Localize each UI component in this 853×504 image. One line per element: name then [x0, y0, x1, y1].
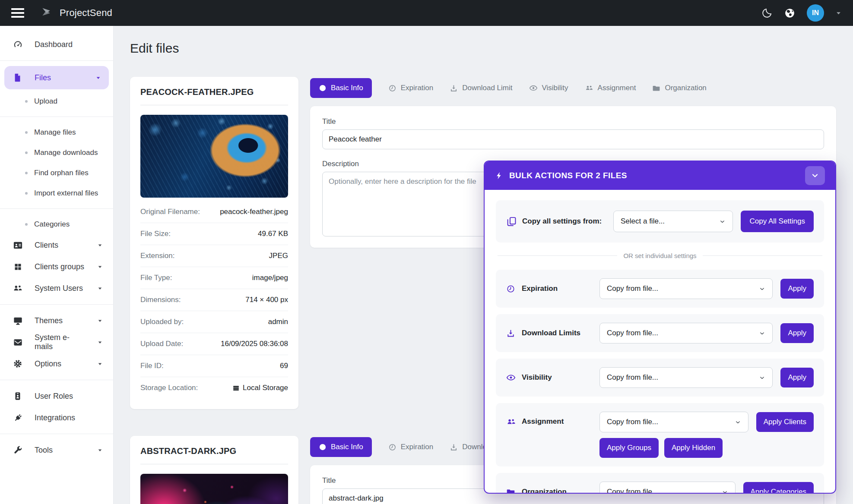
row-label-text: Visibility	[522, 373, 552, 382]
file-card-abstract: ABSTRACT-DARK.JPG	[130, 436, 298, 504]
tab-expiration[interactable]: Expiration	[388, 84, 434, 92]
select-value: Copy from file...	[607, 373, 658, 382]
sidebar-item-label: Files	[35, 73, 51, 82]
file-metadata: Original Filename:peacock-feather.jpeg F…	[140, 201, 288, 399]
meta-value: Local Storage	[232, 384, 288, 392]
tab-basic-info[interactable]: Basic Info	[310, 437, 372, 457]
sidebar-item-dashboard[interactable]: Dashboard	[0, 34, 113, 55]
chevron-down-icon	[759, 375, 765, 381]
sidebar-item-label: Integrations	[35, 413, 75, 422]
divider-line	[498, 255, 617, 256]
apply-categories-button[interactable]: Apply Categories	[743, 482, 814, 494]
apply-groups-button[interactable]: Apply Groups	[599, 438, 659, 458]
sidebar-item-clients-groups[interactable]: Clients groups	[0, 256, 113, 277]
language-globe-icon[interactable]	[784, 7, 796, 19]
tab-label: Assignment	[598, 84, 636, 92]
apply-expiration-button[interactable]: Apply	[780, 279, 814, 299]
sidebar-item-manage-files[interactable]: Manage files	[0, 122, 113, 142]
tab-download-limit[interactable]: Download Limit	[450, 84, 512, 92]
organization-copy-from-file-dropdown[interactable]: Copy from file...	[599, 482, 736, 494]
apply-hidden-button[interactable]: Apply Hidden	[664, 438, 723, 458]
meta-value: admin	[268, 318, 288, 326]
chevron-down-icon	[722, 489, 728, 494]
apply-clients-button[interactable]: Apply Clients	[756, 412, 814, 432]
sidebar-item-themes[interactable]: Themes	[0, 310, 113, 331]
sidebar-item-find-orphan-files[interactable]: Find orphan files	[0, 163, 113, 183]
bulk-row-visibility: Visibility Copy from file... Apply	[496, 359, 824, 397]
download-icon	[450, 84, 458, 92]
hamburger-menu-icon[interactable]	[11, 8, 24, 18]
copy-all-settings-button[interactable]: Copy All Settings	[741, 211, 814, 232]
meta-value: 16/09/2025 08:36:08	[221, 340, 288, 348]
tab-label: Visibility	[542, 84, 568, 92]
collapse-panel-button[interactable]	[805, 166, 825, 185]
row-label-text: Assignment	[522, 417, 564, 426]
sidebar-divider	[0, 304, 113, 305]
sidebar-item-categories[interactable]: Categories	[0, 214, 113, 234]
display-icon	[12, 316, 23, 326]
caret-down-icon	[97, 286, 103, 291]
apply-download-limits-button[interactable]: Apply	[780, 323, 814, 343]
organization-label: Organization	[506, 487, 592, 494]
folder-icon	[652, 84, 660, 92]
tab-expiration[interactable]: Expiration	[388, 443, 434, 451]
bulk-row-organization: Organization Copy from file... Apply Cat…	[496, 473, 824, 494]
sidebar-item-clients[interactable]: Clients	[0, 234, 113, 256]
sidebar-item-system-users[interactable]: System Users	[0, 277, 113, 299]
meta-value: peacock-feather.jpeg	[220, 208, 288, 216]
chevron-down-icon	[759, 330, 765, 337]
sidebar-item-upload[interactable]: Upload	[0, 91, 113, 111]
visibility-label: Visibility	[506, 373, 592, 382]
users-icon	[585, 84, 593, 92]
meta-label: Upload Date:	[140, 340, 183, 348]
sidebar-item-options[interactable]: Options	[0, 353, 113, 375]
sidebar-item-tools[interactable]: Tools	[0, 439, 113, 461]
caret-down-icon	[97, 447, 103, 453]
apply-visibility-button[interactable]: Apply	[780, 368, 814, 387]
plug-icon	[12, 413, 23, 423]
dark-mode-moon-icon[interactable]	[761, 7, 773, 19]
download-limits-copy-from-file-dropdown[interactable]: Copy from file...	[599, 323, 773, 343]
meta-label: Uploaded by:	[140, 318, 184, 326]
sidebar-item-user-roles[interactable]: User Roles	[0, 385, 113, 407]
sidebar-item-files[interactable]: Files	[4, 66, 109, 89]
bulk-actions-header: BULK ACTIONS FOR 2 FILES	[485, 161, 835, 190]
user-menu-caret-icon[interactable]	[835, 10, 842, 16]
assignment-copy-from-file-dropdown[interactable]: Copy from file...	[599, 412, 748, 432]
user-avatar[interactable]: IN	[807, 4, 824, 22]
wrench-icon	[12, 445, 23, 455]
sidebar-item-label: Manage downloads	[34, 148, 98, 157]
file-card-peacock: PEACOCK-FEATHER.JPEG Original Filename:p…	[130, 77, 298, 409]
folder-icon	[506, 488, 517, 494]
sidebar-item-label: Upload	[34, 97, 57, 106]
sidebar-item-label: Options	[35, 359, 61, 369]
sidebar-item-label: Themes	[35, 316, 63, 325]
tab-assignment[interactable]: Assignment	[585, 84, 636, 92]
meta-label: File ID:	[140, 362, 164, 370]
sidebar-item-system-emails[interactable]: System e-mails	[0, 331, 113, 353]
visibility-copy-from-file-dropdown[interactable]: Copy from file...	[599, 367, 773, 388]
caret-down-icon	[97, 243, 103, 248]
tab-organization[interactable]: Organization	[652, 84, 706, 92]
select-a-file-dropdown[interactable]: Select a file...	[613, 211, 733, 232]
select-value: Select a file...	[621, 217, 665, 226]
clock-icon	[388, 443, 396, 451]
or-divider-text: OR set individual settings	[623, 252, 696, 259]
tab-basic-info[interactable]: Basic Info	[310, 78, 372, 98]
tab-label: Basic Info	[331, 84, 363, 92]
title-field-label: Title	[322, 117, 824, 126]
bulk-row-assignment: Assignment Copy from file... Apply Clien…	[496, 403, 824, 466]
meta-value: image/jpeg	[252, 274, 288, 282]
expiration-copy-from-file-dropdown[interactable]: Copy from file...	[599, 278, 773, 299]
meta-row: File Size:49.67 KB	[140, 223, 288, 245]
sidebar-item-import-external-files[interactable]: Import external files	[0, 183, 113, 203]
sidebar-item-integrations[interactable]: Integrations	[0, 407, 113, 428]
tab-visibility[interactable]: Visibility	[529, 84, 568, 92]
file-thumbnail-peacock	[140, 115, 288, 198]
meta-label: Extension:	[140, 252, 174, 260]
info-icon	[319, 443, 327, 451]
sidebar-item-manage-downloads[interactable]: Manage downloads	[0, 142, 113, 163]
caret-down-icon	[97, 361, 103, 367]
title-input[interactable]	[322, 129, 824, 149]
meta-value: 714 × 400 px	[245, 296, 288, 304]
